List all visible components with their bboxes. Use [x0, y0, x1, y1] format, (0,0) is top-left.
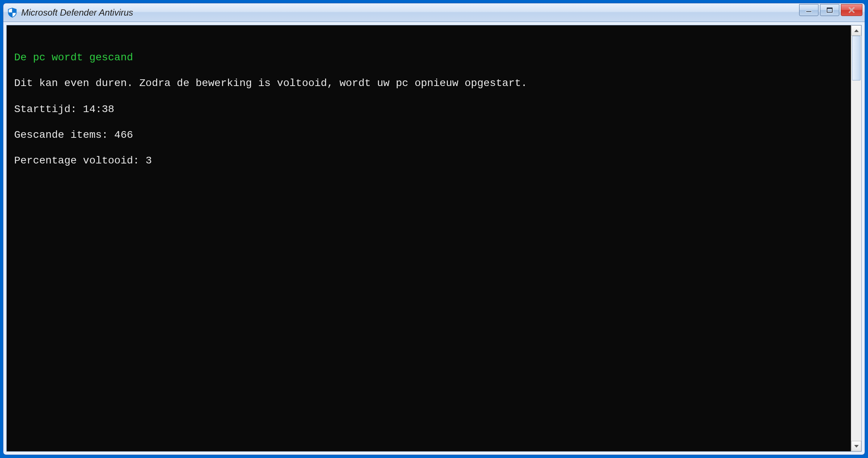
minimize-icon [806, 11, 812, 12]
scan-heading: De pc wordt gescand [14, 50, 843, 65]
console-frame: De pc wordt gescandDit kan even duren. Z… [6, 25, 862, 452]
start-time-label: Starttijd: [14, 104, 77, 115]
percent-complete-label: Percentage voltooid: [14, 155, 139, 166]
vertical-scrollbar[interactable] [851, 25, 861, 451]
chevron-down-icon [854, 445, 859, 448]
application-window: Microsoft Defender Antivirus De pc wordt… [3, 3, 865, 455]
client-area: De pc wordt gescandDit kan even duren. Z… [3, 22, 865, 455]
percent-complete-line: Percentage voltooid: 3 [14, 153, 843, 168]
start-time-line: Starttijd: 14:38 [14, 102, 843, 117]
window-title: Microsoft Defender Antivirus [21, 7, 799, 18]
scroll-thumb[interactable] [852, 36, 861, 80]
scanned-items-line: Gescande items: 466 [14, 128, 843, 142]
window-controls [799, 3, 862, 22]
defender-shield-icon [7, 7, 18, 18]
close-icon [848, 6, 855, 14]
console-output[interactable]: De pc wordt gescandDit kan even duren. Z… [7, 25, 851, 451]
close-button[interactable] [841, 4, 862, 16]
titlebar[interactable]: Microsoft Defender Antivirus [3, 3, 865, 22]
percent-complete-value: 3 [146, 155, 152, 166]
scroll-track[interactable] [851, 36, 861, 441]
scanned-items-value: 466 [114, 129, 133, 141]
scroll-up-button[interactable] [851, 25, 861, 36]
maximize-button[interactable] [820, 4, 839, 16]
maximize-icon [827, 7, 833, 13]
scanned-items-label: Gescande items: [14, 129, 108, 141]
minimize-button[interactable] [799, 4, 818, 16]
start-time-value: 14:38 [83, 104, 114, 115]
chevron-up-icon [854, 29, 859, 32]
scan-info-line: Dit kan even duren. Zodra de bewerking i… [14, 76, 843, 90]
scroll-down-button[interactable] [851, 441, 861, 451]
